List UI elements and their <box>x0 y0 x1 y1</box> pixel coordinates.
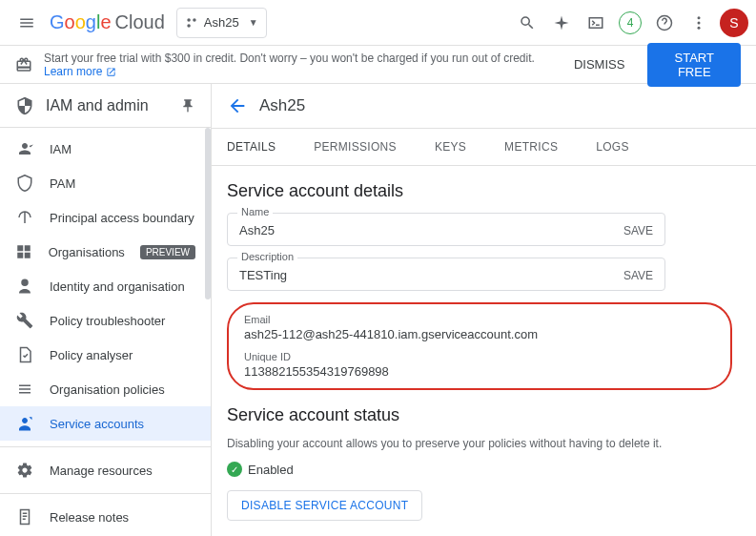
svg-point-5 <box>698 26 701 29</box>
dismiss-button[interactable]: DISMISS <box>562 50 636 79</box>
name-input[interactable] <box>239 223 623 237</box>
sidebar-item-pam[interactable]: PAM <box>0 166 211 200</box>
trial-banner: Start your free trial with $300 in credi… <box>0 46 756 84</box>
email-uid-highlight: Email ash25-112@ash25-441810.iam.gservic… <box>227 302 732 390</box>
svg-point-2 <box>187 24 191 28</box>
sidebar-item-label: Manage resources <box>50 464 153 478</box>
sidebar-item-label: Service accounts <box>50 417 144 431</box>
sidebar-item-label: IAM <box>50 142 72 156</box>
tab-keys[interactable]: KEYS <box>435 140 466 154</box>
sidebar-item-label: Release notes <box>50 510 129 525</box>
iam-icon <box>15 140 34 157</box>
description-input[interactable] <box>239 268 623 282</box>
name-field: Name SAVE <box>227 213 665 246</box>
content-header: Ash25 <box>212 84 756 128</box>
search-icon[interactable] <box>510 6 544 40</box>
email-value: ash25-112@ash25-441810.iam.gserviceaccou… <box>244 327 715 341</box>
organisations-icon <box>15 243 33 260</box>
page-title: Ash25 <box>259 96 305 115</box>
analyser-icon <box>15 346 34 363</box>
sidebar-item-iam[interactable]: IAM <box>0 132 211 166</box>
sidebar-item-label: Policy troubleshooter <box>50 314 165 328</box>
email-label: Email <box>244 314 715 325</box>
status-enabled-label: Enabled <box>248 463 294 477</box>
status-description: Disabling your account allows you to pre… <box>227 437 741 450</box>
google-cloud-logo[interactable]: Google Cloud <box>50 11 165 33</box>
sidebar-header: IAM and admin <box>0 84 211 128</box>
release-notes-icon <box>15 508 34 526</box>
status-row: ✓ Enabled <box>227 462 741 477</box>
sidebar-item-manage-resources[interactable]: Manage resources <box>0 453 211 487</box>
preview-badge: PREVIEW <box>140 245 195 259</box>
project-selector[interactable]: Ash25 ▼ <box>176 8 267 38</box>
chevron-down-icon: ▼ <box>249 17 258 28</box>
description-label: Description <box>237 251 297 262</box>
tab-details[interactable]: DETAILS <box>227 140 276 154</box>
sidebar-item-release-notes[interactable]: Release notes <box>0 500 211 534</box>
tabs: DETAILS PERMISSIONS KEYS METRICS LOGS <box>212 128 756 166</box>
troubleshooter-icon <box>15 312 34 329</box>
name-label: Name <box>237 206 273 217</box>
project-name: Ash25 <box>204 15 239 30</box>
tab-metrics[interactable]: METRICS <box>504 140 558 154</box>
resources-icon <box>15 462 34 479</box>
sidebar-item-identity-organisation[interactable]: Identity and organisation <box>0 269 211 303</box>
sidebar-item-label: Organisation policies <box>50 382 165 397</box>
divider <box>0 493 211 494</box>
sidebar-item-service-accounts[interactable]: Service accounts <box>0 406 211 441</box>
more-icon[interactable] <box>682 6 716 40</box>
svg-point-1 <box>193 18 196 22</box>
svg-point-4 <box>698 21 701 24</box>
sidebar-item-label: Policy analyser <box>50 348 133 362</box>
gift-icon <box>15 56 32 73</box>
scrollbar[interactable] <box>205 128 211 299</box>
learn-more-link[interactable]: Learn more <box>44 65 116 78</box>
policies-icon <box>15 381 34 398</box>
sidebar-item-policy-troubleshooter[interactable]: Policy troubleshooter <box>0 303 211 338</box>
sidebar: IAM and admin IAM PAM Principal access b… <box>0 84 212 536</box>
sidebar-item-label: Principal access boundary <box>50 211 194 225</box>
uid-value: 113882155354319769898 <box>244 364 715 379</box>
trial-text: Start your free trial with $300 in credi… <box>44 52 540 78</box>
section-title-details: Service account details <box>227 181 741 201</box>
tab-permissions[interactable]: PERMISSIONS <box>314 140 397 154</box>
gemini-icon[interactable] <box>544 6 579 40</box>
pam-icon <box>15 175 34 192</box>
tab-logs[interactable]: LOGS <box>596 140 629 154</box>
top-header: Google Cloud Ash25 ▼ 4 S <box>0 0 756 46</box>
sidebar-item-organisations[interactable]: OrganisationsPREVIEW <box>0 235 211 269</box>
content: Ash25 DETAILS PERMISSIONS KEYS METRICS L… <box>212 84 756 536</box>
check-circle-icon: ✓ <box>227 462 242 477</box>
section-title-status: Service account status <box>227 405 741 425</box>
cloud-shell-icon[interactable] <box>579 6 613 40</box>
svg-point-3 <box>698 16 701 19</box>
uid-label: Unique ID <box>244 351 715 362</box>
help-icon[interactable] <box>647 6 682 40</box>
name-save-button[interactable]: SAVE <box>623 224 653 237</box>
sidebar-item-policy-analyser[interactable]: Policy analyser <box>0 338 211 372</box>
description-field: Description SAVE <box>227 258 665 291</box>
pin-icon[interactable] <box>180 98 195 113</box>
svg-point-0 <box>187 18 191 22</box>
notifications-icon[interactable]: 4 <box>613 6 647 40</box>
iam-admin-icon <box>15 96 34 115</box>
sidebar-item-label: PAM <box>50 176 75 191</box>
identity-icon <box>15 278 34 295</box>
avatar[interactable]: S <box>720 9 748 37</box>
sidebar-item-label: Identity and organisation <box>50 279 185 294</box>
sidebar-title: IAM and admin <box>46 97 169 114</box>
boundary-icon <box>15 209 34 226</box>
disable-service-account-button[interactable]: DISABLE SERVICE ACCOUNT <box>227 490 422 521</box>
hamburger-menu-icon[interactable] <box>8 4 46 42</box>
service-accounts-icon <box>15 415 34 432</box>
description-save-button[interactable]: SAVE <box>623 269 653 282</box>
sidebar-item-principal-access-boundary[interactable]: Principal access boundary <box>0 200 211 235</box>
divider <box>0 446 211 447</box>
sidebar-item-organisation-policies[interactable]: Organisation policies <box>0 372 211 406</box>
sidebar-item-label: Organisations <box>49 245 125 259</box>
back-button[interactable] <box>227 95 248 116</box>
start-free-button[interactable]: START FREE <box>647 43 741 87</box>
